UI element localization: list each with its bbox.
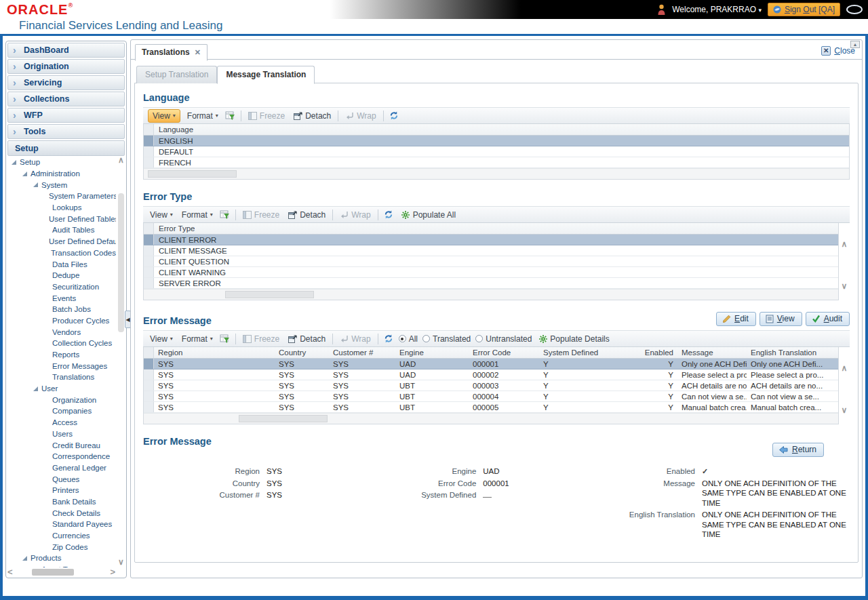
- scroll-down-icon[interactable]: ∨: [118, 557, 124, 567]
- refresh-icon[interactable]: [383, 334, 394, 344]
- populate-details-button[interactable]: Populate Details: [536, 333, 611, 345]
- scroll-up-icon[interactable]: ∧: [118, 155, 124, 165]
- tree-item[interactable]: User: [7, 383, 116, 395]
- radio-untranslated[interactable]: Untranslated: [475, 334, 532, 344]
- tree-item[interactable]: General Ledger: [7, 462, 116, 474]
- table-row[interactable]: CLIENT ERROR: [144, 235, 838, 245]
- tab-translations[interactable]: Translations ✕: [135, 44, 208, 61]
- view-menu-button[interactable]: View▾: [148, 209, 175, 221]
- table-row[interactable]: SERVER ERROR: [144, 278, 838, 289]
- return-button[interactable]: Return: [772, 443, 824, 457]
- tree-item[interactable]: Events: [7, 292, 116, 304]
- tree-item[interactable]: Error Messages: [7, 360, 116, 372]
- scrollbar-thumb[interactable]: [148, 170, 237, 178]
- tree-item[interactable]: Securitization: [7, 281, 116, 293]
- table-row[interactable]: CLIENT MESSAGE: [144, 245, 838, 256]
- scrollbar-thumb[interactable]: [118, 193, 124, 332]
- query-by-example-icon[interactable]: [220, 209, 231, 220]
- accordion-item[interactable]: › Origination: [7, 59, 125, 74]
- tree-item[interactable]: Organization: [7, 394, 116, 405]
- table-row[interactable]: FRENCH: [144, 157, 849, 168]
- tree-item[interactable]: Setup: [7, 157, 116, 168]
- table-row[interactable]: DEFAULT: [144, 146, 849, 157]
- tree-item[interactable]: System Parameters: [7, 191, 116, 202]
- accordion-item[interactable]: › Collections: [7, 92, 125, 106]
- tree-item[interactable]: Collection Cycles: [7, 338, 116, 349]
- scroll-up-icon[interactable]: ∧: [842, 239, 848, 249]
- populate-all-button[interactable]: Populate All: [399, 209, 458, 221]
- tree-item[interactable]: Data Files: [7, 258, 116, 270]
- table-hscrollbar[interactable]: [144, 168, 849, 179]
- tree-item[interactable]: Lookups: [7, 202, 116, 214]
- tree-item[interactable]: User Defined Tables: [7, 213, 116, 224]
- format-menu-button[interactable]: Format▾: [180, 333, 215, 345]
- scroll-down-icon[interactable]: ∨: [842, 405, 848, 415]
- close-button[interactable]: ✕ Close: [821, 46, 855, 56]
- query-by-example-icon[interactable]: [225, 111, 236, 121]
- tree-item[interactable]: Batch Jobs: [7, 304, 116, 315]
- tree-item[interactable]: Audit Tables: [7, 224, 116, 236]
- table-vscrollbar[interactable]: ∧ ∨: [839, 223, 850, 300]
- table-hscrollbar[interactable]: [144, 413, 838, 424]
- radio-all[interactable]: All: [399, 334, 418, 344]
- scroll-up-icon[interactable]: ∧: [842, 363, 848, 373]
- tree-item[interactable]: Access: [7, 417, 116, 428]
- tree-item[interactable]: Reports: [7, 349, 116, 361]
- tree-item[interactable]: System: [7, 179, 116, 191]
- tree-item[interactable]: Standard Payees: [7, 519, 116, 530]
- tree-vertical-scrollbar[interactable]: ∧ ∨: [117, 155, 125, 567]
- accordion-item[interactable]: › Tools: [7, 124, 125, 139]
- tree-item[interactable]: Companies: [7, 405, 116, 417]
- tree-item[interactable]: Correspondence: [7, 451, 116, 462]
- welcome-menu[interactable]: Welcome, PRAKRRAO ▾: [672, 5, 762, 14]
- table-vscrollbar[interactable]: ∧ ∨: [839, 347, 850, 424]
- accordion-item[interactable]: › Servicing: [7, 75, 125, 90]
- scroll-right-icon[interactable]: >: [110, 567, 115, 577]
- tab-setup-translation[interactable]: Setup Translation: [136, 66, 217, 83]
- query-by-example-icon[interactable]: [220, 334, 231, 344]
- format-menu-button[interactable]: Format▾: [180, 209, 215, 221]
- scroll-down-icon[interactable]: ∨: [842, 281, 848, 291]
- detach-button[interactable]: Detach: [286, 209, 328, 221]
- table-row[interactable]: SYS SYS SYS UBT 000003 Y Y ACH details a…: [144, 380, 838, 391]
- close-tab-icon[interactable]: ✕: [195, 48, 201, 57]
- scrollbar-thumb[interactable]: [32, 569, 74, 576]
- tree-horizontal-scrollbar[interactable]: < >: [7, 567, 125, 577]
- tree-item[interactable]: Credit Bureau: [7, 439, 116, 451]
- expand-triangle-icon[interactable]: [22, 556, 31, 561]
- accordion-item[interactable]: › WFP: [7, 108, 125, 123]
- tree-item[interactable]: Bank Details: [7, 496, 116, 508]
- tree-item[interactable]: User Defined Defaults: [7, 236, 116, 247]
- edit-button[interactable]: Edit: [716, 312, 756, 326]
- refresh-icon[interactable]: [389, 111, 399, 121]
- status-oval-icon[interactable]: [846, 5, 863, 14]
- tree-item[interactable]: Users: [7, 428, 116, 440]
- tree-item[interactable]: Printers: [7, 485, 116, 496]
- scrollbar-thumb[interactable]: [239, 415, 328, 422]
- scroll-left-icon[interactable]: <: [7, 567, 13, 577]
- tree-item[interactable]: Administration: [7, 168, 116, 180]
- table-row[interactable]: SYS SYS SYS UBT 000005 Y Y Manual batch …: [144, 402, 838, 413]
- radio-translated[interactable]: Translated: [422, 334, 471, 344]
- detach-button[interactable]: Detach: [286, 333, 328, 345]
- tree-item[interactable]: Dedupe: [7, 270, 116, 281]
- expand-triangle-icon[interactable]: [22, 172, 31, 176]
- table-row[interactable]: CLIENT WARNING: [144, 267, 838, 278]
- scrollbar-thumb[interactable]: [225, 291, 314, 298]
- table-row[interactable]: CLIENT QUESTION: [144, 256, 838, 267]
- accordion-item[interactable]: › DashBoard: [7, 43, 125, 58]
- signout-button[interactable]: Sign Out [QA]: [768, 3, 840, 16]
- table-hscrollbar[interactable]: [144, 289, 838, 300]
- view-button[interactable]: View: [760, 312, 802, 326]
- expand-triangle-icon[interactable]: [33, 182, 41, 187]
- refresh-icon[interactable]: [383, 209, 394, 220]
- view-menu-button[interactable]: View▾: [148, 109, 180, 123]
- tree-item[interactable]: Currencies: [7, 530, 116, 542]
- tab-message-translation[interactable]: Message Translation: [217, 66, 315, 84]
- tree-item[interactable]: Zip Codes: [7, 541, 116, 553]
- tree-item[interactable]: Vendors: [7, 326, 116, 338]
- tree-item[interactable]: Check Details: [7, 507, 116, 519]
- format-menu-button[interactable]: Format▾: [185, 110, 220, 122]
- detach-button[interactable]: Detach: [292, 110, 333, 122]
- tree-item[interactable]: Queues: [7, 473, 116, 485]
